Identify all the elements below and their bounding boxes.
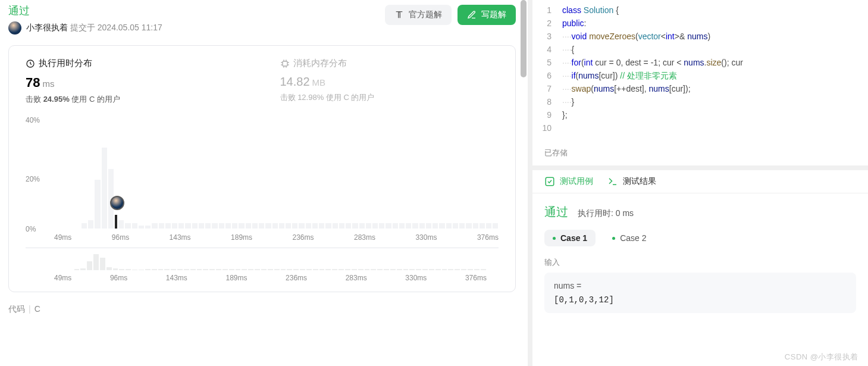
chart-bar[interactable] bbox=[366, 223, 371, 229]
chart-bar[interactable] bbox=[259, 223, 264, 229]
brush-bar[interactable] bbox=[403, 269, 409, 270]
chart-bar[interactable] bbox=[205, 223, 211, 229]
case-tab-1[interactable]: Case 1 bbox=[544, 230, 596, 246]
brush-bar[interactable] bbox=[87, 261, 92, 271]
chart-bar[interactable] bbox=[145, 226, 151, 229]
brush-bar[interactable] bbox=[384, 269, 389, 270]
brush-bar[interactable] bbox=[274, 269, 280, 270]
code-content[interactable]: ····for(int cur = 0, dest = -1; cur < nu… bbox=[562, 56, 868, 69]
brush-bar[interactable] bbox=[139, 270, 144, 270]
official-solution-button[interactable]: 官方题解 bbox=[385, 5, 452, 25]
brush-bar[interactable] bbox=[358, 269, 364, 270]
chart-bar[interactable] bbox=[246, 223, 251, 229]
code-content[interactable] bbox=[562, 121, 868, 134]
chart-bar[interactable] bbox=[493, 223, 498, 229]
brush-bar[interactable] bbox=[325, 269, 331, 270]
brush-bar[interactable] bbox=[145, 269, 151, 270]
brush-bar[interactable] bbox=[203, 269, 208, 270]
chart-bar[interactable] bbox=[219, 223, 224, 229]
chart-bar[interactable] bbox=[312, 223, 318, 229]
brush-bar[interactable] bbox=[332, 269, 337, 270]
chart-bar[interactable] bbox=[152, 223, 157, 229]
chart-bar[interactable] bbox=[459, 223, 465, 229]
code-content[interactable]: public: bbox=[562, 17, 868, 30]
chart-bar[interactable] bbox=[325, 223, 331, 229]
chart-bar[interactable] bbox=[426, 223, 431, 229]
brush-bar[interactable] bbox=[461, 269, 466, 270]
chart-bar[interactable] bbox=[466, 223, 471, 229]
brush-bar[interactable] bbox=[345, 269, 350, 270]
code-line[interactable]: 6····if(nums[cur]) // 处理非零元素 bbox=[532, 69, 868, 82]
brush-bar[interactable] bbox=[435, 269, 441, 270]
code-content[interactable]: ····if(nums[cur]) // 处理非零元素 bbox=[562, 69, 868, 82]
chart-bar[interactable] bbox=[372, 223, 378, 229]
chart-bar[interactable] bbox=[272, 223, 278, 229]
chart-bar[interactable] bbox=[178, 223, 184, 229]
chart-bar[interactable] bbox=[393, 223, 398, 229]
chart-bar[interactable] bbox=[232, 223, 237, 229]
code-content[interactable]: ····} bbox=[562, 95, 868, 108]
code-line[interactable]: 10 bbox=[532, 121, 868, 134]
chart-bar[interactable] bbox=[453, 223, 458, 229]
brush-bar[interactable] bbox=[422, 269, 428, 270]
chart-bar[interactable] bbox=[115, 215, 117, 229]
chart-bar[interactable] bbox=[299, 223, 304, 229]
code-content[interactable]: class Solution { bbox=[562, 4, 868, 17]
code-content[interactable]: }; bbox=[562, 108, 868, 121]
brush-bar[interactable] bbox=[377, 269, 383, 270]
write-solution-button[interactable]: 写题解 bbox=[457, 5, 516, 25]
chart-bar[interactable] bbox=[88, 220, 93, 229]
brush-bar[interactable] bbox=[164, 269, 170, 270]
chart-bar[interactable] bbox=[379, 223, 384, 229]
chart-bar[interactable] bbox=[406, 223, 411, 229]
chart-bar[interactable] bbox=[185, 223, 190, 229]
code-editor[interactable]: 1class Solution {2public:3····void moveZ… bbox=[532, 0, 868, 140]
chart-bar[interactable] bbox=[82, 223, 87, 229]
brush-bar[interactable] bbox=[293, 269, 299, 270]
case-tab-2[interactable]: Case 2 bbox=[604, 230, 654, 246]
brush-bar[interactable] bbox=[442, 269, 447, 270]
brush-bar[interactable] bbox=[229, 269, 234, 270]
chart-bar[interactable] bbox=[118, 220, 124, 229]
brush-bar[interactable] bbox=[100, 258, 105, 270]
chart-bar[interactable] bbox=[486, 223, 491, 229]
code-line[interactable]: 4····{ bbox=[532, 43, 868, 56]
chart-bar[interactable] bbox=[159, 223, 164, 229]
brush-bar[interactable] bbox=[268, 269, 273, 270]
brush-bar[interactable] bbox=[106, 267, 112, 270]
brush-bar[interactable] bbox=[190, 269, 196, 270]
chart-bar[interactable] bbox=[286, 223, 291, 229]
brush-bar[interactable] bbox=[448, 269, 453, 270]
tab-test-cases[interactable]: 测试用例 bbox=[544, 176, 593, 187]
brush-bar[interactable] bbox=[113, 268, 118, 270]
brush-bar[interactable] bbox=[306, 269, 312, 270]
chart-bar[interactable] bbox=[139, 226, 144, 229]
brush-bar[interactable] bbox=[287, 269, 292, 270]
chart-bar[interactable] bbox=[265, 223, 271, 229]
code-line[interactable]: 3····void moveZeroes(vector<int>& nums) bbox=[532, 30, 868, 43]
brush-bar[interactable] bbox=[281, 269, 286, 270]
code-line[interactable]: 7····swap(nums[++dest], nums[cur]); bbox=[532, 82, 868, 95]
tab-test-results[interactable]: 测试结果 bbox=[607, 176, 656, 187]
brush-bar[interactable] bbox=[209, 269, 215, 270]
code-line[interactable]: 1class Solution { bbox=[532, 4, 868, 17]
chart-bar[interactable] bbox=[199, 223, 204, 229]
chart-bar[interactable] bbox=[292, 223, 297, 229]
chart-bar[interactable] bbox=[225, 223, 231, 229]
brush-bar[interactable] bbox=[255, 269, 260, 270]
code-content[interactable]: ····void moveZeroes(vector<int>& nums) bbox=[562, 30, 868, 43]
code-line[interactable]: 8····} bbox=[532, 95, 868, 108]
chart-bar[interactable] bbox=[333, 223, 338, 229]
brush-bar[interactable] bbox=[339, 269, 344, 270]
brush-bar[interactable] bbox=[313, 269, 318, 270]
brush-bar[interactable] bbox=[429, 269, 434, 270]
chart-bar[interactable] bbox=[339, 223, 344, 229]
code-content[interactable]: ····{ bbox=[562, 43, 868, 56]
brush-bar[interactable] bbox=[397, 269, 402, 270]
code-line[interactable]: 9}; bbox=[532, 108, 868, 121]
chart-bar[interactable] bbox=[446, 223, 452, 229]
chart-bar[interactable] bbox=[252, 223, 258, 229]
chart-bar[interactable] bbox=[412, 223, 418, 229]
chart-bar[interactable] bbox=[352, 223, 358, 229]
chart-bar[interactable] bbox=[346, 223, 351, 229]
